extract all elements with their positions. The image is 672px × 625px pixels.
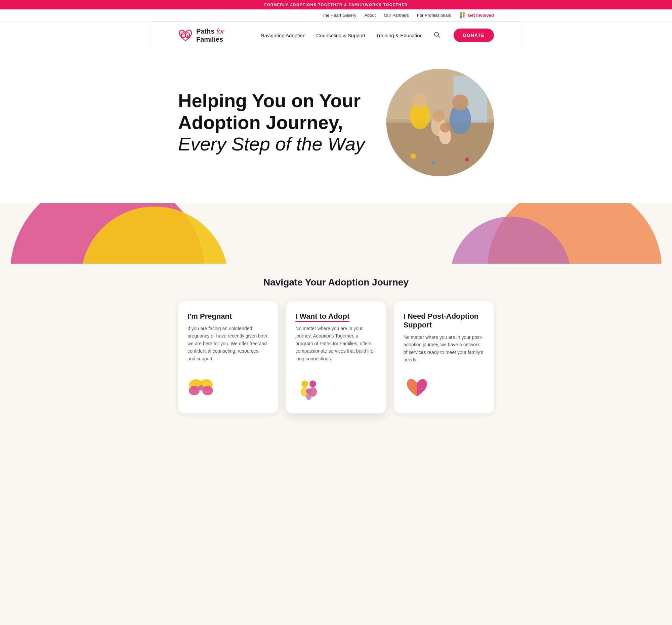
adopt-card-icon-wrap xyxy=(295,368,376,403)
adopt-card-link[interactable]: I Want to Adopt xyxy=(295,312,350,322)
partners-link[interactable]: Our Partners xyxy=(384,13,409,18)
main-nav: Paths for Families Navigating Adoption C… xyxy=(151,22,521,49)
pregnant-card-title: I'm Pregnant xyxy=(188,312,268,321)
pregnant-card-description: If you are facing an unintended pregnanc… xyxy=(188,325,268,362)
heart-icon xyxy=(404,374,430,401)
hero-headline: Helping You on Your Adoption Journey, Ev… xyxy=(178,90,373,155)
svg-point-24 xyxy=(302,380,308,387)
about-link[interactable]: About xyxy=(364,13,376,18)
post-adoption-card-title: I Need Post-Adoption Support xyxy=(404,312,484,329)
donate-button[interactable]: DONATE xyxy=(454,28,494,42)
hero-section: Helping You on Your Adoption Journey, Ev… xyxy=(151,49,521,203)
hero-text: Helping You on Your Adoption Journey, Ev… xyxy=(178,90,373,155)
svg-point-20 xyxy=(189,386,199,395)
main-nav-links: Navigating Adoption Counseling & Support… xyxy=(261,31,440,40)
logo-icon xyxy=(178,28,193,43)
svg-point-1 xyxy=(187,35,189,37)
post-adoption-card: I Need Post-Adoption Support No matter w… xyxy=(394,301,494,414)
adopt-card[interactable]: I Want to Adopt No matter where you are … xyxy=(286,301,386,414)
nav-navigating-adoption[interactable]: Navigating Adoption xyxy=(261,32,306,38)
logo[interactable]: Paths for Families xyxy=(178,27,224,43)
hero-family-photo xyxy=(386,69,494,176)
adopt-card-description: No matter where you are in your journey,… xyxy=(295,325,376,362)
nav-training-education[interactable]: Training & Education xyxy=(376,32,423,38)
get-involved-link[interactable]: 🧑‍🤝‍🧑 Get Involved xyxy=(459,12,494,19)
announcement-banner: FORMERLY ADOPTIONS TOGETHER & FAMILYWORK… xyxy=(0,0,672,9)
pregnant-card-icon-wrap xyxy=(188,368,268,403)
svg-point-28 xyxy=(306,389,311,394)
svg-point-15 xyxy=(440,123,450,133)
people-icon: 🧑‍🤝‍🧑 xyxy=(459,12,466,19)
svg-point-0 xyxy=(183,33,185,35)
journey-section-heading: Navigate Your Adoption Journey xyxy=(178,277,494,288)
svg-point-9 xyxy=(413,93,427,108)
butterfly-icon xyxy=(188,374,214,401)
adopt-card-title: I Want to Adopt xyxy=(295,312,376,321)
svg-point-16 xyxy=(411,153,416,159)
post-adoption-card-description: No matter where you are in your post-ado… xyxy=(404,333,484,364)
blob-decoration xyxy=(0,203,672,264)
hero-image xyxy=(386,69,494,176)
svg-point-29 xyxy=(306,393,311,400)
utility-nav: The Heart Gallery About Our Partners For… xyxy=(151,9,521,22)
pregnant-card: I'm Pregnant If you are facing an uninte… xyxy=(178,301,278,414)
svg-point-26 xyxy=(309,380,316,387)
svg-point-11 xyxy=(452,94,469,110)
svg-point-13 xyxy=(432,110,445,122)
svg-point-18 xyxy=(432,161,435,165)
search-button[interactable] xyxy=(433,31,440,40)
svg-point-23 xyxy=(198,385,203,391)
professionals-link[interactable]: For Professionals xyxy=(417,13,451,18)
svg-point-17 xyxy=(465,157,469,161)
journey-cards-grid: I'm Pregnant If you are facing an uninte… xyxy=(178,301,494,414)
heart-gallery-link[interactable]: The Heart Gallery xyxy=(322,13,357,18)
family-icon xyxy=(295,374,322,401)
post-adoption-card-icon-wrap xyxy=(404,368,484,403)
logo-text: Paths for Families xyxy=(196,27,224,43)
announcement-text: FORMERLY ADOPTIONS TOGETHER & FAMILYWORK… xyxy=(264,3,408,7)
svg-point-22 xyxy=(202,386,213,395)
nav-counseling-support[interactable]: Counseling & Support xyxy=(316,32,365,38)
